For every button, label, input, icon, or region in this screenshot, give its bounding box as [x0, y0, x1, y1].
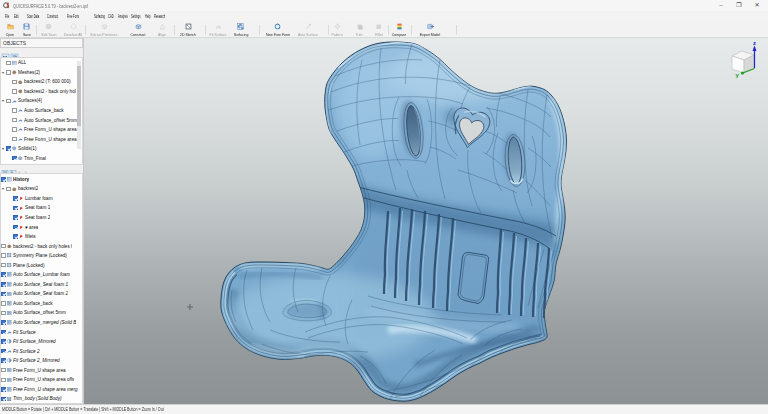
svg-text:y: y: [736, 72, 740, 78]
svg-text:z: z: [753, 40, 756, 46]
